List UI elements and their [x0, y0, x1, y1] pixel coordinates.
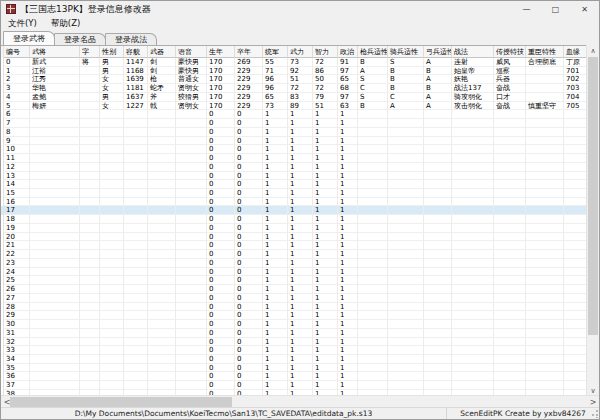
table-row[interactable]: 0新武将男1147剑豪快男17026955737291BSA连射威风合理彻底丁原 — [1, 58, 587, 67]
table-cell[interactable] — [358, 145, 388, 154]
table-cell[interactable] — [424, 250, 452, 259]
table-cell[interactable] — [100, 206, 124, 215]
table-cell[interactable] — [388, 311, 424, 320]
table-cell[interactable] — [494, 110, 526, 119]
table-cell[interactable] — [388, 285, 424, 294]
table-cell[interactable] — [494, 154, 526, 163]
table-cell[interactable]: 1 — [313, 163, 338, 172]
table-cell[interactable] — [124, 128, 148, 137]
table-cell[interactable]: 0 — [207, 145, 235, 154]
table-cell[interactable] — [424, 268, 452, 277]
table-cell[interactable] — [148, 338, 176, 347]
table-cell[interactable]: 86 — [313, 67, 338, 76]
table-cell[interactable] — [358, 338, 388, 347]
table-cell[interactable] — [148, 128, 176, 137]
table-cell[interactable] — [30, 364, 80, 373]
table-cell[interactable] — [80, 285, 100, 294]
table-cell[interactable]: 20 — [4, 233, 30, 242]
table-cell[interactable]: 1 — [313, 268, 338, 277]
table-cell[interactable] — [452, 268, 494, 277]
table-cell[interactable]: A — [424, 75, 452, 84]
table-cell[interactable]: 威风 — [494, 58, 526, 67]
table-cell[interactable] — [30, 311, 80, 320]
table-cell[interactable]: 1 — [288, 110, 313, 119]
table-cell[interactable] — [526, 285, 564, 294]
table-cell[interactable] — [358, 364, 388, 373]
table-cell[interactable]: 1 — [263, 381, 288, 390]
table-cell[interactable] — [494, 303, 526, 312]
column-header-9[interactable]: 统军 — [263, 46, 288, 58]
table-cell[interactable] — [452, 294, 494, 303]
table-cell[interactable] — [30, 285, 80, 294]
table-cell[interactable]: 1 — [288, 259, 313, 268]
table-cell[interactable]: 奋战 — [494, 84, 526, 93]
table-cell[interactable] — [100, 320, 124, 329]
table-cell[interactable] — [124, 163, 148, 172]
table-cell[interactable]: 贤明女 — [176, 84, 207, 93]
table-cell[interactable]: 1 — [288, 215, 313, 224]
table-cell[interactable]: 1 — [288, 381, 313, 390]
table-cell[interactable] — [148, 198, 176, 207]
table-cell[interactable] — [358, 355, 388, 364]
table-cell[interactable]: 1 — [338, 241, 358, 250]
table-cell[interactable]: 1 — [338, 154, 358, 163]
table-cell[interactable]: 1 — [288, 233, 313, 242]
table-cell[interactable] — [494, 119, 526, 128]
table-cell[interactable] — [564, 163, 587, 172]
table-cell[interactable] — [452, 189, 494, 198]
table-cell[interactable] — [564, 364, 587, 373]
table-row[interactable]: 22001111 — [1, 250, 587, 259]
table-cell[interactable] — [526, 163, 564, 172]
table-cell[interactable] — [176, 119, 207, 128]
table-cell[interactable] — [424, 381, 452, 390]
table-cell[interactable]: 1 — [313, 338, 338, 347]
table-cell[interactable]: 1 — [263, 215, 288, 224]
table-cell[interactable]: 1 — [313, 224, 338, 233]
table-cell[interactable] — [148, 206, 176, 215]
table-cell[interactable] — [148, 145, 176, 154]
table-cell[interactable] — [452, 180, 494, 189]
table-cell[interactable] — [424, 276, 452, 285]
table-cell[interactable]: 0 — [207, 137, 235, 146]
table-cell[interactable] — [100, 172, 124, 181]
table-cell[interactable]: 战法137 — [452, 84, 494, 93]
table-cell[interactable] — [526, 355, 564, 364]
table-cell[interactable]: 1 — [288, 285, 313, 294]
table-cell[interactable] — [452, 110, 494, 119]
table-cell[interactable]: 1 — [263, 198, 288, 207]
table-cell[interactable]: 7 — [4, 119, 30, 128]
table-cell[interactable]: 1 — [263, 364, 288, 373]
table-cell[interactable] — [564, 285, 587, 294]
table-cell[interactable] — [424, 189, 452, 198]
table-cell[interactable] — [564, 198, 587, 207]
table-cell[interactable] — [526, 311, 564, 320]
table-cell[interactable] — [564, 241, 587, 250]
table-cell[interactable]: 1 — [313, 294, 338, 303]
table-row[interactable]: 35001111 — [1, 364, 587, 373]
table-cell[interactable] — [358, 128, 388, 137]
table-cell[interactable]: 18 — [4, 215, 30, 224]
table-cell[interactable]: 6 — [4, 110, 30, 119]
table-cell[interactable] — [124, 338, 148, 347]
table-cell[interactable] — [564, 294, 587, 303]
table-cell[interactable] — [388, 250, 424, 259]
table-cell[interactable] — [388, 154, 424, 163]
table-cell[interactable]: 1 — [263, 259, 288, 268]
column-header-13[interactable]: 枪兵适性 — [358, 46, 388, 58]
table-cell[interactable] — [148, 110, 176, 119]
table-cell[interactable] — [564, 311, 587, 320]
resize-grip[interactable] — [590, 410, 598, 418]
table-cell[interactable] — [30, 163, 80, 172]
table-cell[interactable] — [494, 206, 526, 215]
table-cell[interactable]: 男 — [100, 58, 124, 67]
table-cell[interactable]: 0 — [207, 311, 235, 320]
table-cell[interactable] — [424, 241, 452, 250]
table-row[interactable]: 26001111 — [1, 285, 587, 294]
table-cell[interactable] — [176, 355, 207, 364]
table-cell[interactable] — [526, 119, 564, 128]
table-cell[interactable] — [494, 233, 526, 242]
table-cell[interactable]: 97 — [338, 93, 358, 102]
close-button[interactable]: ✕ — [570, 1, 599, 17]
table-cell[interactable] — [452, 119, 494, 128]
column-header-2[interactable]: 字 — [80, 46, 100, 58]
